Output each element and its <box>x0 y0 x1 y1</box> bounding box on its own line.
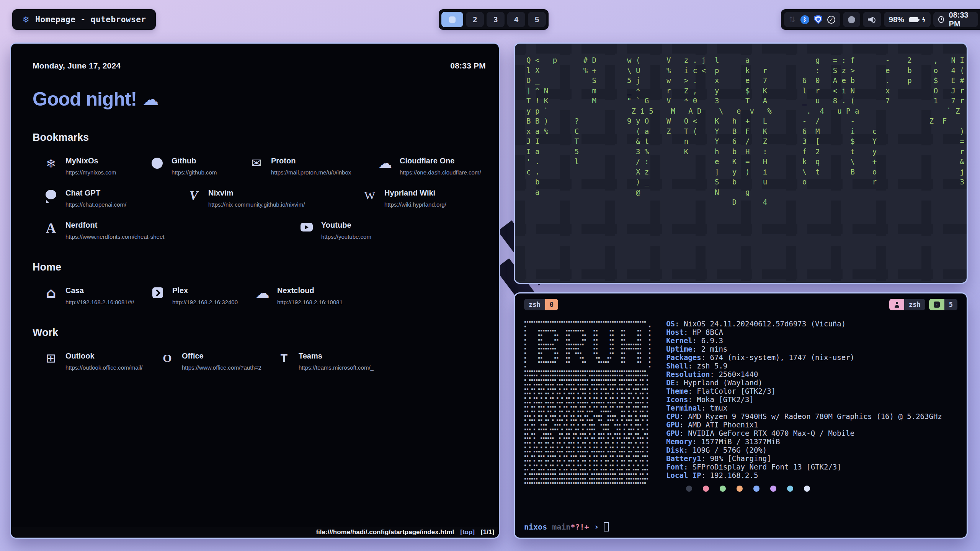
bookmark-url: http://192.168.2.16:8081/#/ <box>65 299 134 305</box>
bookmark-title: Plex <box>172 286 238 295</box>
fetch-info-line: Kernel: 6.9.3 <box>666 336 942 345</box>
fetch-info-line: Memory: 1577MiB / 31377MiB <box>666 437 942 446</box>
fetch-info-line: DE: Hyprland (Wayland) <box>666 378 942 387</box>
fetch-info-line: Host: HP 8BCA <box>666 328 942 336</box>
tmux-session-user[interactable]: zsh <box>889 299 925 310</box>
bookmark-url: https://nix-community.github.io/nixvim/ <box>208 201 305 208</box>
palette-dot <box>787 486 793 492</box>
window-title-pill: ❄ Homepage - qutebrowser <box>12 9 156 30</box>
clock-segment[interactable]: 08:33 PM <box>933 12 978 27</box>
fetch-info-line: CPU: AMD Ryzen 9 7940HS w/ Radeon 780M G… <box>666 412 942 421</box>
statusbar-url: file:///home/hadi/.config/startpage/inde… <box>316 528 454 536</box>
fetch-info-line: Font: SFProDisplay Nerd Font 13 [GTK2/3] <box>666 463 942 471</box>
bookmark-url: https://www.nerdfonts.com/cheat-sheet <box>65 233 164 240</box>
active-workspace-icon <box>449 16 456 23</box>
prompt-chevron-icon: › <box>594 522 599 531</box>
window-title: Homepage - qutebrowser <box>35 15 146 24</box>
bookmark-item-casa[interactable]: Casahttp://192.168.2.16:8081/#/ <box>44 286 150 305</box>
bookmark-title: Hyprland Wiki <box>384 189 446 197</box>
bookmark-item-proton[interactable]: Protonhttps://mail.proton.me/u/0/inbox <box>249 156 378 176</box>
section-title: Home <box>33 261 486 273</box>
charging-bolt-icon: ϟ <box>922 16 926 23</box>
tmux-session-name: zsh <box>904 299 925 310</box>
bookmark-title: Github <box>172 156 217 165</box>
night-cloud-icon: ☁ <box>142 90 158 109</box>
workspace-5[interactable]: 5 <box>528 12 546 27</box>
bookmark-item-nixvim[interactable]: Nixvimhttps://nix-community.github.io/ni… <box>186 189 363 208</box>
workspace-3[interactable]: 3 <box>487 12 505 27</box>
workspace-switcher: 2345 <box>439 9 549 30</box>
office-icon <box>160 352 175 367</box>
bookmark-item-plex[interactable]: Plexhttp://192.168.2.16:32400 <box>150 286 255 305</box>
page-time: 08:33 PM <box>450 61 486 70</box>
bookmark-item-youtube[interactable]: Youtubehttps://youtube.com <box>299 221 371 240</box>
tmux-window-name: zsh <box>524 299 545 310</box>
bookmark-item-outlook[interactable]: Outlookhttps://outlook.office.com/mail/ <box>44 352 160 371</box>
fetch-info-line: Icons: Moka [GTK2/3] <box>666 395 942 404</box>
workspace-4[interactable]: 4 <box>507 12 525 27</box>
battery-icon <box>909 17 918 22</box>
casa-icon <box>44 286 58 302</box>
mynixos-icon <box>44 156 58 172</box>
bookmark-item-github[interactable]: Githubhttps://github.com <box>150 156 249 176</box>
fetch-info-line: Theme: FlatColor [GTK2/3] <box>666 387 942 395</box>
teams-icon <box>277 352 291 367</box>
statusbar-page-count: [1/1] <box>481 528 494 536</box>
fetch-info-line: Disk: 109G / 576G (20%) <box>666 446 942 454</box>
bookmark-row: Casahttp://192.168.2.16:8081/#/Plexhttp:… <box>33 286 486 305</box>
matrix-rain-text: Q < p # D w ( V z . j l a g = : f - 2 , … <box>515 44 967 207</box>
bookmark-item-chat-gpt[interactable]: Chat GPThttps://chat.openai.com/ <box>44 189 186 208</box>
youtube-icon <box>299 221 314 236</box>
system-tray: ⇅ ᛒ ✓ 98% ϟ 08:33 PM <box>781 9 980 30</box>
battery-segment[interactable]: 98% ϟ <box>884 12 931 27</box>
tray-icons-group: ⇅ ᛒ ✓ <box>784 12 840 27</box>
tmux-pane-count[interactable]: › 5 <box>929 299 957 310</box>
speaker-icon <box>868 16 876 23</box>
tmux-window-index: 0 <box>545 299 558 310</box>
workspace-2[interactable]: 2 <box>466 12 484 27</box>
bookmark-url: https://chat.openai.com/ <box>65 201 126 208</box>
battery-percent: 98% <box>889 15 904 24</box>
bookmark-item-nerdfont[interactable]: Nerdfonthttps://www.nerdfonts.com/cheat-… <box>44 221 299 240</box>
fetch-terminal-window[interactable]: zsh 0 zsh › 5 ▪▪▪▪▪▪▪▪▪▪▪▪▪▪▪▪▪▪▪▪▪▪▪▪▪▪… <box>514 292 968 539</box>
bookmark-url: https://github.com <box>172 169 217 176</box>
bookmark-title: Nixvim <box>208 189 305 197</box>
shell-prompt[interactable]: nixos main *?!+ › <box>524 522 957 531</box>
bookmark-item-teams[interactable]: Teamshttps://teams.microsoft.com/_ <box>277 352 374 371</box>
fetch-info-line: Local IP: 192.168.2.5 <box>666 471 942 479</box>
check-circle-icon[interactable]: ✓ <box>827 16 835 24</box>
bookmark-title: Nextcloud <box>277 286 343 295</box>
outlook-icon <box>44 352 58 367</box>
fetch-info-line: OS: NixOS 24.11.20240612.57d6973 (Vicuña… <box>666 320 942 328</box>
bookmark-title: Teams <box>299 352 374 360</box>
plex-icon <box>150 286 165 302</box>
qutebrowser-window: Monday, June 17, 2024 08:33 PM Good nigh… <box>10 42 500 539</box>
bookmark-item-nextcloud[interactable]: Nextcloudhttp://192.168.2.16:10081 <box>255 286 343 305</box>
palette-dot <box>720 486 726 492</box>
user-icon <box>889 299 904 310</box>
bookmark-item-hyprland-wiki[interactable]: Hyprland Wikihttps://wiki.hyprland.org/ <box>363 189 446 208</box>
tmux-window-0[interactable]: zsh 0 <box>524 299 558 310</box>
bookmark-item-office[interactable]: Officehttps://www.office.com/?auth=2 <box>160 352 277 371</box>
bookmark-title: Nerdfont <box>65 221 164 230</box>
bookmark-row: MyNixOshttps://mynixos.comGithubhttps://… <box>33 156 486 176</box>
proton-icon <box>249 156 264 172</box>
bluetooth-icon[interactable]: ᛒ <box>800 15 809 24</box>
fastfetch-info: OS: NixOS 24.11.20240612.57d6973 (Vicuña… <box>666 320 942 479</box>
matrix-terminal-window[interactable]: Q < p # D w ( V z . j l a g = : f - 2 , … <box>514 42 968 284</box>
record-dot-icon <box>848 16 855 23</box>
recorder-segment[interactable] <box>843 12 860 27</box>
shield-icon[interactable] <box>814 15 822 24</box>
bookmark-item-cloudflare-one[interactable]: Cloudflare Onehttps://one.dash.cloudflar… <box>378 156 481 176</box>
bookmark-row: Nerdfonthttps://www.nerdfonts.com/cheat-… <box>33 221 486 240</box>
wiki-icon <box>363 189 377 204</box>
bookmark-item-mynixos[interactable]: MyNixOshttps://mynixos.com <box>44 156 150 176</box>
volume-segment[interactable] <box>863 12 881 27</box>
sync-arrows-icon[interactable]: ⇅ <box>789 15 795 24</box>
workspace-active[interactable] <box>441 12 463 27</box>
statusbar: file:///home/hadi/.config/startpage/inde… <box>11 527 499 538</box>
palette-dot <box>703 486 709 492</box>
nixos-logo-icon: ❄ <box>22 15 29 24</box>
bookmark-url: https://teams.microsoft.com/_ <box>299 364 374 371</box>
bookmark-title: Youtube <box>321 221 371 230</box>
